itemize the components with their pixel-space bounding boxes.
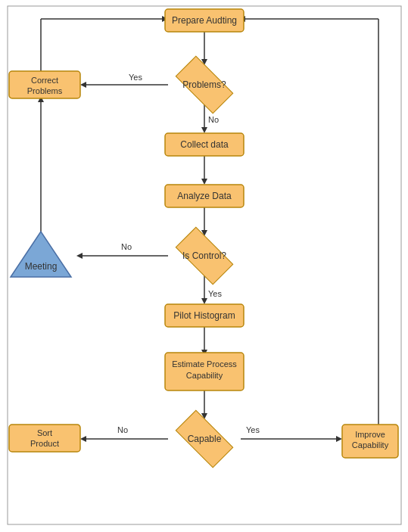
flowchart-diagram: Yes No No Yes No Yes Prepare Audting Pro… <box>0 0 408 532</box>
svg-marker-6 <box>201 127 207 133</box>
yes1-label: Yes <box>129 73 142 82</box>
svg-text:Problems?: Problems? <box>182 79 226 90</box>
is-control-node: Is Control? <box>176 227 232 284</box>
problems-node: Problems? <box>176 56 232 113</box>
yes3-label: Yes <box>246 425 260 434</box>
svg-marker-12 <box>76 253 83 259</box>
analyze-data-label: Analyze Data <box>177 191 232 201</box>
pilot-histogram-label: Pilot Histogram <box>173 310 235 321</box>
svg-text:Capable: Capable <box>188 434 222 444</box>
no1-label: No <box>208 115 219 124</box>
collect-data-label: Collect data <box>180 139 229 150</box>
svg-marker-8 <box>201 179 207 185</box>
svg-text:Problems: Problems <box>27 86 63 95</box>
yes2-label: Yes <box>208 289 222 298</box>
correct-problems-label: Correct <box>31 76 58 85</box>
meeting-node: Meeting <box>11 232 71 277</box>
svg-marker-4 <box>80 82 86 88</box>
no2-label: No <box>121 242 132 251</box>
svg-text:Meeting: Meeting <box>25 261 58 272</box>
svg-text:Product: Product <box>30 439 59 448</box>
estimate-process-label: Estimate Process <box>172 359 237 369</box>
improve-capability-label: Improve <box>355 430 385 439</box>
diagram-svg: Yes No No Yes No Yes Prepare Audting Pro… <box>0 0 408 532</box>
svg-marker-14 <box>201 298 207 304</box>
svg-text:Capability: Capability <box>352 440 389 450</box>
sort-product-label: Sort <box>37 428 52 437</box>
svg-text:Is Control?: Is Control? <box>182 250 226 261</box>
svg-marker-20 <box>80 436 86 442</box>
svg-text:Capability: Capability <box>186 371 223 380</box>
capable-node: Capable <box>176 410 232 467</box>
svg-marker-22 <box>336 436 342 442</box>
no3-label: No <box>117 425 128 434</box>
prepare-auditing-label: Prepare Audting <box>172 15 237 26</box>
